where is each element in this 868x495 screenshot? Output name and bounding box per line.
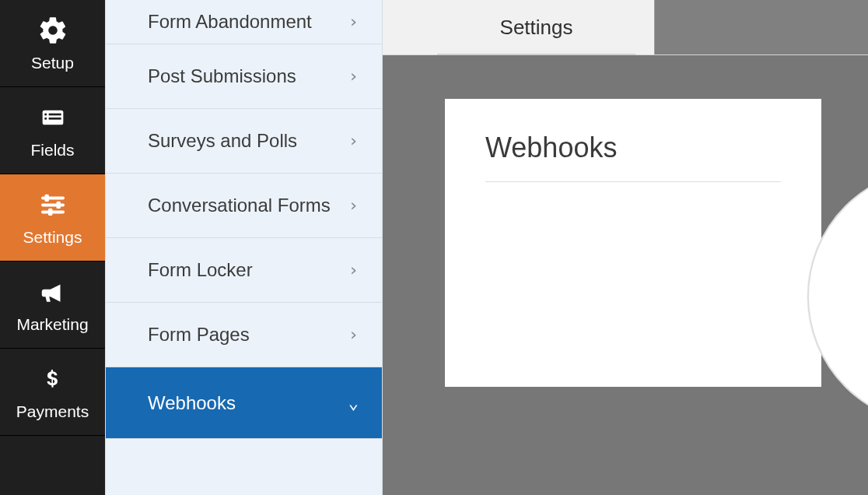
submenu-item-form-pages[interactable]: Form Pages › xyxy=(106,303,382,367)
svg-rect-9 xyxy=(56,201,60,208)
svg-rect-6 xyxy=(41,203,65,206)
tab-label: Settings xyxy=(500,16,573,40)
submenu-label: Post Submissions xyxy=(148,65,296,87)
submenu-item-surveys-and-polls[interactable]: Surveys and Polls › xyxy=(106,109,382,174)
submenu-item-form-abandonment[interactable]: Form Abandonment › xyxy=(106,0,382,44)
nav-label: Marketing xyxy=(16,315,88,334)
submenu-label: Form Abandonment xyxy=(148,11,312,33)
submenu-label: Form Locker xyxy=(148,259,253,281)
nav-item-fields[interactable]: Fields xyxy=(0,87,105,174)
chevron-right-icon: › xyxy=(348,132,359,149)
nav-label: Settings xyxy=(23,228,82,247)
svg-rect-10 xyxy=(48,208,52,215)
sliders-icon xyxy=(37,189,68,220)
svg-rect-3 xyxy=(44,118,47,120)
panel-title: Webhooks xyxy=(485,132,781,182)
chevron-down-icon: ⌄ xyxy=(348,395,359,412)
submenu-item-form-locker[interactable]: Form Locker › xyxy=(106,238,382,303)
nav-item-marketing[interactable]: Marketing xyxy=(0,262,105,349)
megaphone-icon xyxy=(37,276,68,307)
gear-icon xyxy=(37,15,68,46)
nav-label: Fields xyxy=(30,141,74,160)
dollar-icon xyxy=(37,363,68,395)
settings-panel: Webhooks xyxy=(445,99,821,387)
submenu-label: Webhooks xyxy=(148,392,236,414)
chevron-right-icon: › xyxy=(348,68,359,85)
svg-rect-7 xyxy=(41,210,65,213)
settings-submenu: Form Abandonment › Post Submissions › Su… xyxy=(105,0,383,495)
chevron-right-icon: › xyxy=(348,197,359,214)
nav-item-settings[interactable]: Settings xyxy=(0,174,105,262)
chevron-right-icon: › xyxy=(348,262,359,279)
submenu-label: Conversational Forms xyxy=(148,195,331,216)
tab-bar: Settings xyxy=(383,0,868,55)
svg-rect-2 xyxy=(48,113,61,115)
submenu-label: Surveys and Polls xyxy=(148,130,297,152)
main-area: Settings Webhooks Webhooks Off xyxy=(383,0,868,495)
submenu-label: Form Pages xyxy=(148,324,250,346)
nav-label: Setup xyxy=(31,54,74,72)
chevron-right-icon: › xyxy=(348,326,359,343)
nav-item-payments[interactable]: Payments xyxy=(0,349,105,436)
nav-item-setup[interactable]: Setup xyxy=(0,0,105,87)
nav-label: Payments xyxy=(16,402,89,421)
svg-rect-1 xyxy=(44,113,47,115)
primary-nav: Setup Fields Settings Marketing Payments xyxy=(0,0,105,495)
fields-icon xyxy=(37,102,68,133)
submenu-item-conversational-forms[interactable]: Conversational Forms › xyxy=(106,174,382,238)
svg-rect-4 xyxy=(48,118,61,120)
submenu-item-post-submissions[interactable]: Post Submissions › xyxy=(106,44,382,109)
tab-settings[interactable]: Settings xyxy=(418,0,655,54)
submenu-item-webhooks[interactable]: Webhooks ⌄ xyxy=(106,367,382,439)
svg-rect-8 xyxy=(44,194,48,201)
chevron-right-icon: › xyxy=(348,13,359,30)
